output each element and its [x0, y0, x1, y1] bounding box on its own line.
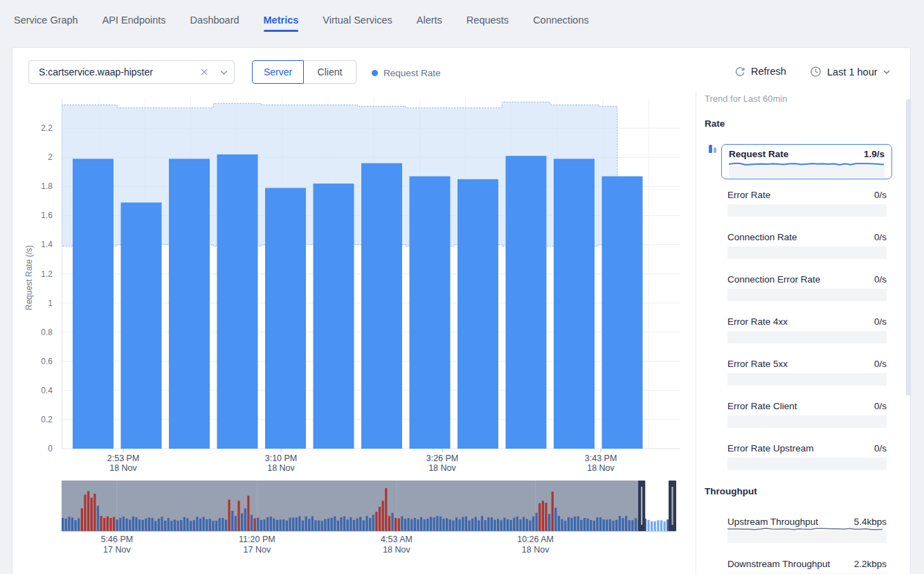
sparkline-placeholder	[727, 458, 887, 470]
tick-date: 17 Nov	[82, 545, 152, 555]
y-tick-label: 1.8	[12, 181, 53, 191]
sparkline	[727, 528, 887, 543]
tick-time: 10:26 AM	[501, 535, 570, 545]
main-chart-svg	[62, 98, 680, 454]
tick-time: 3:10 PM	[250, 454, 312, 463]
mode-toggle: Server Client	[252, 60, 356, 84]
bar	[602, 177, 643, 449]
service-select-value: S:cartservice.waap-hipster	[29, 66, 195, 78]
metrics-panel: S:cartservice.waap-hipster Server Client…	[12, 47, 911, 574]
tab-alerts[interactable]: Alerts	[417, 15, 442, 32]
legend-label: Request Rate	[383, 68, 441, 78]
tab-metrics[interactable]: Metrics	[264, 15, 299, 32]
metric-item-error-rate-5xx[interactable]: Error Rate 5xx0/s	[727, 359, 887, 386]
metric-item-connection-rate[interactable]: Connection Rate0/s	[727, 232, 887, 259]
chevron-down-icon	[883, 70, 890, 74]
refresh-button[interactable]: Refresh	[734, 66, 786, 77]
metric-label: Connection Rate	[727, 232, 797, 243]
metric-item-upstream-throughput[interactable]: Upstream Throughput5.4kbps	[727, 517, 887, 546]
client-button[interactable]: Client	[304, 60, 356, 84]
sparkline	[729, 161, 885, 178]
tick-date: 18 Nov	[501, 545, 570, 555]
metric-item-connection-error-rate[interactable]: Connection Error Rate0/s	[727, 274, 887, 301]
metric-label: Error Rate Client	[727, 401, 797, 412]
y-tick-label: 1.2	[12, 269, 53, 279]
bar	[73, 159, 114, 449]
bar	[169, 159, 210, 449]
metric-value: 0/s	[874, 316, 887, 328]
request-rate-bar-chart	[62, 98, 680, 456]
section-title: Rate	[705, 118, 725, 129]
tick-date: 18 Nov	[570, 463, 632, 473]
tick-time: 4:53 AM	[362, 535, 431, 545]
bar	[410, 177, 451, 449]
tab-api-endpoints[interactable]: API Endpoints	[102, 15, 166, 32]
metric-value: 0/s	[874, 443, 887, 454]
y-tick-label: 0.2	[12, 415, 53, 424]
legend-dot-icon	[372, 70, 378, 76]
time-range-label: Last 1 hour	[827, 66, 878, 78]
metric-item-error-rate-client[interactable]: Error Rate Client0/s	[727, 401, 887, 428]
sparkline-placeholder	[727, 373, 887, 386]
y-tick-label: 1	[12, 298, 53, 308]
tick-time: 2:53 PM	[92, 454, 154, 463]
tab-virtual-services[interactable]: Virtual Services	[323, 15, 392, 32]
tick-time: 3:43 PM	[570, 454, 632, 463]
chevron-down-icon[interactable]	[213, 70, 234, 75]
metric-item-request-rate-selected[interactable]: Request Rate1.9/s	[721, 144, 892, 179]
tab-service-graph[interactable]: Service Graph	[14, 15, 78, 32]
navigator-tick-label: 4:53 AM18 Nov	[362, 535, 431, 555]
y-tick-label: 0.6	[12, 357, 53, 366]
metric-label: Error Rate 4xx	[727, 316, 788, 328]
x-tick-label: 2:53 PM18 Nov	[92, 454, 154, 473]
metric-item-downstream-throughput[interactable]: Downstream Throughput2.2kbps	[727, 559, 887, 574]
sparkline-placeholder	[727, 331, 887, 343]
tick-time: 11:20 PM	[222, 535, 291, 545]
time-brush-navigator[interactable]	[62, 481, 676, 535]
metric-value: 0/s	[874, 359, 887, 370]
metric-label: Connection Error Rate	[727, 274, 820, 285]
bar	[361, 163, 402, 449]
y-tick-label: 0.4	[12, 386, 53, 395]
metric-label: Upstream Throughput	[727, 517, 818, 528]
tab-dashboard[interactable]: Dashboard	[190, 15, 239, 32]
clock-icon	[810, 66, 822, 78]
navigator-tick-label: 5:46 PM17 Nov	[82, 535, 152, 555]
metric-value: 0/s	[874, 401, 887, 412]
sparkline-placeholder	[727, 246, 887, 259]
clear-icon[interactable]	[195, 69, 213, 75]
bar	[314, 183, 354, 449]
metric-item-error-rate[interactable]: Error Rate0/s	[727, 190, 887, 217]
bar	[121, 202, 162, 449]
x-tick-label: 3:26 PM18 Nov	[411, 454, 473, 473]
trend-heading: Trend for Last 60min	[705, 93, 787, 104]
section-title: Throughput	[705, 486, 757, 496]
metric-label: Error Rate Upstream	[727, 443, 814, 454]
metrics-page: { "nav": { "items": [ {"label": "Service…	[0, 0, 924, 574]
tick-date: 17 Nov	[222, 545, 291, 555]
time-range-selector[interactable]: Last 1 hour	[810, 66, 890, 78]
x-tick-label: 3:43 PM18 Nov	[570, 454, 632, 473]
service-select[interactable]: S:cartservice.waap-hipster	[28, 60, 235, 84]
panel-divider	[696, 91, 696, 574]
tick-time: 5:46 PM	[82, 535, 152, 545]
metric-value: 2.2kbps	[854, 559, 887, 570]
y-tick-label: 2.2	[12, 123, 53, 133]
tab-connections[interactable]: Connections	[533, 15, 589, 32]
metric-item-error-rate-4xx[interactable]: Error Rate 4xx0/s	[727, 316, 887, 343]
sparkline-placeholder	[727, 289, 887, 301]
bar	[554, 159, 595, 449]
metric-value: 1.9/s	[864, 149, 885, 160]
server-button[interactable]: Server	[252, 60, 304, 84]
metric-value: 5.4kbps	[854, 517, 887, 528]
metric-value: 0/s	[874, 274, 887, 285]
tab-requests[interactable]: Requests	[466, 15, 509, 32]
navigator-svg	[62, 481, 676, 532]
metric-value: 0/s	[874, 190, 887, 201]
tick-date: 18 Nov	[362, 545, 431, 555]
scrollbar-thumb[interactable]	[906, 99, 911, 395]
bar-chart-icon	[707, 143, 718, 154]
sparkline-placeholder	[727, 415, 887, 428]
metric-item-error-rate-upstream[interactable]: Error Rate Upstream0/s	[727, 443, 887, 470]
top-nav-tabs: Service GraphAPI EndpointsDashboardMetri…	[14, 15, 589, 32]
